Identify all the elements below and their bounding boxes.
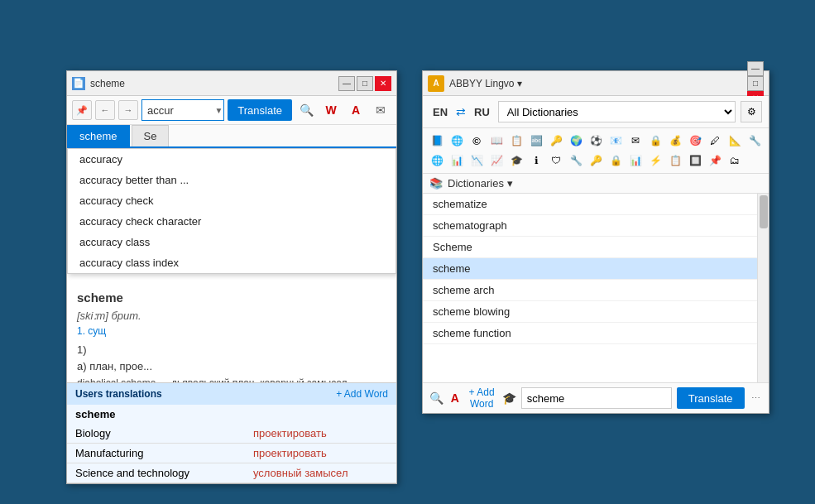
lang-bar: EN ⇄ RU All Dictionaries ⚙ — [423, 96, 769, 128]
user-trans-word: scheme — [67, 405, 396, 424]
wiki-icon[interactable]: W — [320, 99, 342, 121]
example-0: diabolical scheme — дьявольский план, ко… — [77, 376, 386, 382]
autocomplete-item-4[interactable]: accuracy class — [68, 232, 396, 252]
icon-globe3[interactable]: 🌐 — [428, 151, 446, 170]
icon-key2[interactable]: 🔑 — [587, 151, 605, 170]
icon-lock2[interactable]: 🔒 — [606, 151, 625, 170]
icon-dict[interactable]: 📖 — [487, 132, 506, 150]
mail-icon[interactable]: ✉ — [370, 99, 391, 121]
icon-chart2[interactable]: 📉 — [467, 151, 486, 170]
icon-pen[interactable]: 🖊 — [706, 132, 724, 150]
result-6[interactable]: scheme function — [423, 323, 769, 344]
dict-pos: 1. сущ — [77, 324, 386, 338]
search-container: ▼ — [141, 99, 224, 121]
source-lang-btn[interactable]: EN — [429, 104, 451, 120]
back-btn[interactable]: ← — [95, 100, 115, 120]
result-3[interactable]: scheme — [423, 258, 769, 280]
icon-globe2[interactable]: 🌍 — [567, 132, 585, 150]
cat-2: Science and technology — [67, 463, 245, 483]
icon-grad[interactable]: 🎓 — [507, 151, 525, 170]
bottom-abbr-icon[interactable]: A — [448, 387, 461, 409]
bottom-add-word-btn[interactable]: + Add Word — [466, 386, 496, 410]
icon-money[interactable]: 💰 — [666, 132, 684, 150]
trans-2: условный замысел — [245, 463, 396, 483]
left-maximize-btn[interactable]: □ — [357, 76, 373, 91]
abbr-icon[interactable]: A — [345, 99, 367, 121]
icon-grid-icon[interactable]: 🔲 — [686, 151, 704, 170]
icon-ball[interactable]: ⚽ — [587, 132, 605, 150]
cat-1: Manufacturing — [67, 444, 245, 463]
icon-copy[interactable]: © — [467, 132, 486, 150]
tab-scheme[interactable]: scheme — [67, 125, 130, 146]
result-4[interactable]: scheme arch — [423, 280, 769, 301]
icon-book[interactable]: 📘 — [428, 132, 446, 150]
autocomplete-item-5[interactable]: accuracy class index — [68, 252, 396, 273]
icon-type[interactable]: 🔤 — [527, 132, 545, 150]
left-minimize-btn[interactable]: — — [338, 76, 355, 91]
trans-0: проектировать — [245, 424, 396, 444]
tab-se[interactable]: Se — [132, 125, 170, 146]
icon-tool[interactable]: 🔧 — [567, 151, 585, 170]
dict-phonetic: [skiːm] брит. — [77, 308, 386, 324]
result-1[interactable]: schematograph — [423, 215, 769, 237]
search-input[interactable] — [141, 99, 224, 121]
trans-1: проектировать — [245, 444, 396, 463]
target-lang-btn[interactable]: RU — [471, 104, 493, 120]
autocomplete-item-1[interactable]: accuracy better than ... — [68, 170, 396, 190]
result-0[interactable]: schematize — [423, 194, 769, 215]
right-maximize-btn[interactable]: □ — [747, 76, 764, 91]
dict-settings-btn[interactable]: ⚙ — [741, 101, 762, 122]
result-5[interactable]: scheme blowing — [423, 301, 769, 323]
bottom-input[interactable] — [521, 387, 672, 409]
icon-clip[interactable]: 📋 — [507, 132, 525, 150]
result-2[interactable]: Scheme — [423, 237, 769, 258]
autocomplete-item-2[interactable]: accuracy check — [68, 190, 396, 211]
icon-target[interactable]: 🎯 — [686, 132, 704, 150]
icon-pin[interactable]: 📌 — [706, 151, 724, 170]
lingvo-logo: A — [428, 75, 444, 92]
icon-mail2[interactable]: ✉ — [626, 132, 645, 150]
autocomplete-item-0[interactable]: accuracy — [68, 149, 396, 170]
dictionary-select[interactable]: All Dictionaries — [498, 101, 736, 122]
table-row: Manufacturing проектировать — [67, 444, 396, 463]
left-win-controls: — □ ✕ — [338, 76, 391, 91]
bottom-search-icon[interactable]: 🔍 — [429, 387, 443, 409]
bottom-more-icon[interactable]: ⋯ — [750, 387, 762, 409]
examples-list: diabolical scheme — дьявольский план, ко… — [77, 376, 386, 382]
search-icon[interactable]: 🔍 — [295, 99, 317, 121]
dict-header-icon: 📚 — [429, 177, 443, 190]
table-row: Biology проектировать — [67, 424, 396, 444]
icon-shield[interactable]: 🛡 — [547, 151, 565, 170]
bottom-cap-icon[interactable]: 🎓 — [502, 387, 516, 409]
icon-globe1[interactable]: 🌐 — [448, 132, 466, 150]
icon-chart3[interactable]: 📈 — [487, 151, 506, 170]
dict-header-label[interactable]: Dictionaries ▾ — [448, 177, 513, 190]
action-icons: 🔍 W A ✉ — [295, 99, 391, 121]
result-list: schematize schematograph Scheme scheme s… — [423, 194, 769, 382]
autocomplete-item-3[interactable]: accuracy check character — [68, 211, 396, 232]
icon-lock[interactable]: 🔒 — [646, 132, 664, 150]
table-row: Science and technology условный замысел — [67, 463, 396, 483]
add-word-button[interactable]: + Add Word — [336, 388, 388, 400]
icon-bar[interactable]: 📊 — [626, 151, 645, 170]
dict-header: 📚 Dictionaries ▾ — [423, 174, 769, 194]
left-close-btn[interactable]: ✕ — [375, 76, 391, 91]
right-minimize-btn[interactable]: — — [747, 61, 764, 76]
translate-button[interactable]: Translate — [228, 99, 292, 121]
icon-lightning[interactable]: ⚡ — [646, 151, 664, 170]
icon-folder[interactable]: 🗂 — [726, 151, 744, 170]
icon-key[interactable]: 🔑 — [547, 132, 565, 150]
icon-clip2[interactable]: 📋 — [666, 151, 684, 170]
icon-info[interactable]: ℹ — [527, 151, 545, 170]
lang-swap-btn[interactable]: ⇄ — [456, 105, 466, 118]
icon-chart1[interactable]: 📊 — [448, 151, 466, 170]
pin-btn[interactable]: 📌 — [72, 100, 92, 120]
bottom-translate-btn[interactable]: Translate — [677, 387, 745, 409]
icon-wrench[interactable]: 🔧 — [745, 132, 764, 150]
forward-btn[interactable]: → — [118, 100, 138, 120]
lingvo-title: ABBYY Lingvo ▾ — [449, 78, 747, 89]
icon-ruler[interactable]: 📐 — [726, 132, 744, 150]
left-window-icon: 📄 — [72, 77, 85, 90]
right-scrollbar[interactable] — [757, 194, 769, 382]
icon-mail1[interactable]: 📧 — [606, 132, 625, 150]
